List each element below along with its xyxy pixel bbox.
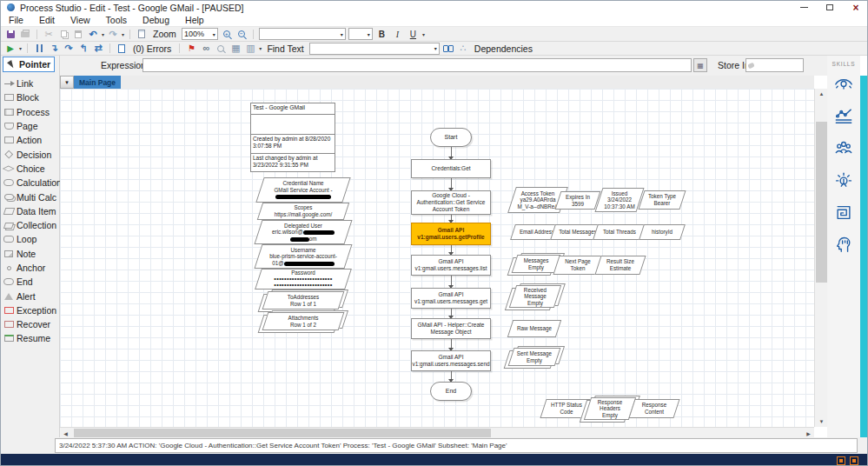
data-next-page-token[interactable]: Next PageToken <box>556 256 600 275</box>
link-credentials-token[interactable] <box>451 178 452 190</box>
save-icon[interactable] <box>4 29 17 40</box>
zoom-select[interactable]: 100% <box>182 28 218 40</box>
zoom-in-icon[interactable]: + <box>221 29 233 40</box>
expression-builder-button[interactable]: ▦ <box>693 58 707 72</box>
data-history-id[interactable]: historyId <box>641 224 683 240</box>
toolbox-item-loop[interactable]: Loop <box>1 232 60 246</box>
undo-icon[interactable]: ↶ <box>87 29 99 40</box>
underline-button[interactable]: U <box>407 28 420 40</box>
toolbox-item-choice[interactable]: Choice <box>1 162 60 176</box>
toolbox-item-link[interactable]: Link <box>1 77 60 90</box>
data-username[interactable]: Usernameblue-prism-service-account-01@ <box>258 244 348 269</box>
data-password[interactable]: Password••••••••••••••••••••••••••••••••… <box>258 269 348 290</box>
stage-messages-list[interactable]: Gmail APIv1:gmail.users.messages.list <box>411 255 491 276</box>
collection-received-message[interactable]: ReceivedMessageEmpty <box>513 285 558 308</box>
toolbox-item-pointer[interactable]: Pointer <box>3 57 55 72</box>
frame-icon[interactable]: ▥ <box>244 43 256 54</box>
dropdown-caret-icon[interactable]: ▾ <box>19 45 22 51</box>
stage-credentials-get[interactable]: Credentials:Get <box>411 159 491 178</box>
toolbox-item-collection[interactable]: Collection <box>1 218 60 232</box>
collection-sent-message[interactable]: Sent MessageEmpty <box>511 348 558 366</box>
vertical-scrollbar[interactable]: ▲ ▼ <box>814 89 827 427</box>
toolbox-item-multi-calc[interactable]: Multi Calc <box>1 190 60 203</box>
toolbox-item-end[interactable]: End <box>1 275 60 289</box>
data-issued[interactable]: Issued3/24/202210:37:30 AM <box>599 188 640 212</box>
menu-tools[interactable]: Tools <box>98 15 136 25</box>
font-size-select[interactable] <box>348 28 373 40</box>
collection-attachments[interactable]: AttachmentsRow 1 of 2 <box>265 312 341 330</box>
font-select[interactable] <box>259 28 346 40</box>
expression-input[interactable] <box>142 58 692 72</box>
toolbox-item-note[interactable]: Note <box>1 247 60 261</box>
search-icon[interactable] <box>215 43 227 54</box>
stage-get-service-account-token[interactable]: Google Cloud -Authentication::Get Servic… <box>411 190 491 215</box>
taskbar-tray-icon-2[interactable] <box>850 456 858 465</box>
dropdown-caret-icon[interactable]: ▾ <box>422 31 425 37</box>
print-icon[interactable] <box>19 29 31 40</box>
menu-view[interactable]: View <box>63 15 98 25</box>
taskbar-tray-icon-1[interactable] <box>837 456 845 465</box>
menu-file[interactable]: File <box>1 15 31 25</box>
page-list-dropdown[interactable]: ▼ <box>60 76 74 89</box>
find-next-icon[interactable] <box>442 43 454 54</box>
play-icon[interactable]: ▶ <box>4 43 17 54</box>
dependencies-icon[interactable]: ∴ <box>457 43 469 54</box>
find-text-select[interactable] <box>309 43 440 55</box>
visual-perception-eye-icon[interactable] <box>834 74 853 97</box>
collection-to-addresses[interactable]: ToAddressesRow 1 of 1 <box>265 291 341 310</box>
knowledge-learning-head-icon[interactable] <box>834 235 853 257</box>
stage-get-profile[interactable]: Gmail APIv1:gmail.users.getProfile <box>411 223 491 245</box>
dropdown-caret-icon[interactable]: ▾ <box>102 31 104 37</box>
link-icon[interactable]: ∞ <box>200 43 212 54</box>
collection-messages[interactable]: MessagesEmpty <box>514 255 558 273</box>
vertical-scroll-thumb[interactable] <box>816 122 827 283</box>
link-getprofile-list[interactable] <box>451 245 452 255</box>
stage-end[interactable]: End <box>430 382 472 401</box>
dropdown-caret-icon[interactable]: ▾ <box>122 31 124 37</box>
maximize-button[interactable] <box>817 1 843 14</box>
collection-response-headers[interactable]: ResponseHeadersEmpty <box>587 397 633 420</box>
link-token-getprofile[interactable] <box>451 215 452 223</box>
link-list-get[interactable] <box>451 276 452 288</box>
link-start-credentials[interactable] <box>451 147 452 159</box>
toolbox-item-resume[interactable]: Resume <box>1 331 60 345</box>
data-response-content[interactable]: ResponseContent <box>632 399 677 418</box>
horizontal-scroll-thumb[interactable] <box>74 429 491 437</box>
paste-icon[interactable] <box>72 29 84 40</box>
stage-messages-send[interactable]: Gmail APIv1:gmail.users.messages.send <box>411 350 491 371</box>
stage-create-message-object[interactable]: GMail API - Helper::CreateMessage Object <box>411 318 491 339</box>
menu-help[interactable]: Help <box>177 15 212 25</box>
toolbox-item-recover[interactable]: Recover <box>1 317 60 331</box>
data-delegated-user[interactable]: Delegated Usereric.wilson@om <box>258 220 348 244</box>
collaboration-people-icon[interactable] <box>834 138 853 161</box>
data-token-type[interactable]: Token TypeBearer <box>641 190 683 210</box>
scroll-down-icon[interactable]: ▼ <box>815 416 828 427</box>
menu-edit[interactable]: Edit <box>31 15 63 25</box>
italic-button[interactable]: I <box>391 28 404 40</box>
grid-icon[interactable]: ▦ <box>229 43 242 54</box>
toolbox-item-decision[interactable]: Decision <box>1 147 60 161</box>
planning-chart-icon[interactable] <box>834 106 853 129</box>
copy-icon[interactable] <box>57 29 70 40</box>
process-diagram-canvas[interactable]: Test - Google GMailCreated by admin at 8… <box>60 89 814 427</box>
cut-icon[interactable]: ✂ <box>43 29 55 40</box>
link-get-create[interactable] <box>451 309 452 318</box>
data-total-threads[interactable]: Total Threads <box>595 224 644 240</box>
store-in-input[interactable] <box>745 58 804 72</box>
note-process-info[interactable]: Test - Google GMailCreated by admin at 8… <box>250 103 335 172</box>
close-button[interactable]: × <box>843 1 868 14</box>
flag-icon[interactable]: ⚑ <box>185 43 197 54</box>
step-over-icon[interactable]: ↷ <box>63 43 75 54</box>
reset-icon[interactable]: ⇄ <box>92 43 104 54</box>
problem-solving-idea-icon[interactable] <box>834 170 853 193</box>
step-out-icon[interactable]: ↰ <box>77 43 89 54</box>
toolbox-item-anchor[interactable]: Anchor <box>1 261 60 275</box>
data-credential-name[interactable]: Credential NameGMail Service Account - <box>260 177 347 203</box>
toolbox-item-calculation[interactable]: Calculation <box>1 176 60 190</box>
scroll-up-icon[interactable]: ▲ <box>815 89 828 99</box>
stage-start[interactable]: Start <box>430 128 472 147</box>
toolbox-item-data-item[interactable]: Data Item <box>1 204 60 218</box>
data-expires-in[interactable]: Expires In3599 <box>558 191 598 210</box>
toolbox-item-block[interactable]: Block <box>1 90 60 104</box>
data-scopes[interactable]: Scopeshttps://mail.google.com/ <box>260 203 347 220</box>
